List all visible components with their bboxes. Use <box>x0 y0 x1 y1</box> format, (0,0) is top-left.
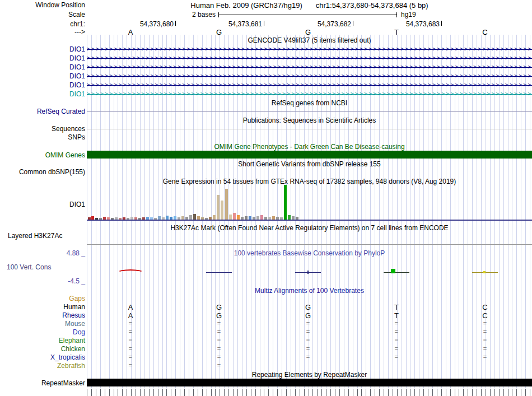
gtex-tissue-bar[interactable] <box>221 201 223 220</box>
alignment-cell: = <box>208 345 230 352</box>
gencode-transcript-row[interactable]: >>>>>>>>>>>>>>>>>>>>>>>>>>>>>>>>>>>>>>>>… <box>87 90 532 99</box>
gtex-tissue-bar[interactable] <box>217 195 220 220</box>
ruler-tick <box>162 389 163 396</box>
window-position-label: Window Position <box>35 1 85 9</box>
ruler-tick <box>228 389 229 396</box>
species-label[interactable]: Elephant <box>59 337 85 344</box>
alignment-cell: A <box>119 311 142 320</box>
phylop-mark-arc[interactable] <box>118 269 143 276</box>
gencode-transcript-row[interactable]: >>>>>>>>>>>>>>>>>>>>>>>>>>>>>>>>>>>>>>>>… <box>87 72 532 81</box>
ruler-tick <box>158 389 158 396</box>
phylop-header: 100 vertebrates Basewise Conservation by… <box>87 249 532 257</box>
ruler-tick <box>330 389 331 396</box>
gtex-tissue-bar[interactable] <box>229 215 232 220</box>
ruler-tick <box>255 389 256 396</box>
species-label[interactable]: Zebrafish <box>57 362 85 370</box>
refseq-curated-label[interactable]: RefSeq Curated <box>37 108 85 115</box>
gencode-transcript-row[interactable]: >>>>>>>>>>>>>>>>>>>>>>>>>>>>>>>>>>>>>>>>… <box>87 81 532 90</box>
gencode-transcript-label[interactable]: DIO1 <box>69 45 85 53</box>
ruler-tick <box>521 389 521 396</box>
gencode-transcript-row[interactable]: >>>>>>>>>>>>>>>>>>>>>>>>>>>>>>>>>>>>>>>>… <box>87 54 532 63</box>
gtex-tissue-bar[interactable] <box>225 189 228 220</box>
alignment-cell: = <box>385 320 408 327</box>
ruler-tick <box>96 389 96 396</box>
ruler-tick <box>463 389 464 396</box>
gtex-tissue-bar[interactable] <box>166 216 169 220</box>
sequences-track-line <box>87 129 532 129</box>
alignment-cell: = <box>385 328 408 335</box>
phylop-mark-tick <box>307 271 309 274</box>
gtex-tissue-bar[interactable] <box>189 215 192 220</box>
ruler-tick <box>215 389 216 396</box>
ruler-tick <box>512 389 512 396</box>
ruler-tick <box>472 389 473 396</box>
species-label[interactable]: X_tropicalis <box>50 353 85 361</box>
gencode-transcript-label[interactable]: DIO1 <box>69 72 85 80</box>
ruler-tick <box>477 389 477 396</box>
gencode-transcript-row[interactable]: >>>>>>>>>>>>>>>>>>>>>>>>>>>>>>>>>>>>>>>>… <box>87 45 532 54</box>
alignment-cell: = <box>474 328 496 335</box>
alignment-cell: = <box>208 328 230 335</box>
repeatmasker-bar[interactable] <box>87 379 532 386</box>
ruler-tick <box>455 389 455 396</box>
gtex-tissue-bar[interactable] <box>213 215 216 220</box>
phylop-mark-line[interactable] <box>206 272 232 273</box>
species-label[interactable]: Rhesus <box>62 311 85 319</box>
gtex-tissue-bar[interactable] <box>288 215 291 220</box>
alignment-cell: G <box>297 311 319 320</box>
ruler-tick <box>122 389 123 396</box>
species-label[interactable]: Human <box>63 303 85 311</box>
gtex-tissue-bar[interactable] <box>284 185 287 220</box>
base-letter: T <box>385 28 408 36</box>
gtex-tissue-bar[interactable] <box>233 213 236 220</box>
gencode-transcript-label[interactable]: DIO1 <box>69 90 85 98</box>
ruler-number: 54,373,683 <box>379 20 440 28</box>
gtex-tissue-bar[interactable] <box>193 214 196 220</box>
ruler-tick <box>361 389 362 396</box>
dbsnp-label[interactable]: Common dbSNP(155) <box>19 168 85 176</box>
species-label[interactable]: Chicken <box>61 345 85 353</box>
ruler-tick-mark <box>353 21 353 26</box>
ruler-tick <box>286 389 287 396</box>
omim-gene-bar[interactable] <box>87 151 532 159</box>
phylop-mark-box[interactable] <box>483 271 486 273</box>
alignment-cell: G <box>297 303 319 311</box>
gencode-transcript-label[interactable]: DIO1 <box>69 63 85 71</box>
h3k27ac-label[interactable]: Layered H3K27Ac <box>8 232 62 240</box>
snps-label[interactable]: SNPs <box>68 133 85 141</box>
transcript-arrows: >>>>>>>>>>>>>>>>>>>>>>>>>>>>>>>>>>>>>>>>… <box>87 45 532 54</box>
ruler-tick <box>312 389 313 396</box>
ruler-tick <box>494 389 495 396</box>
ruler-tick <box>486 389 486 396</box>
ruler-tick <box>149 389 150 396</box>
ruler-tick <box>109 389 110 396</box>
alignment-cell: A <box>119 303 142 311</box>
ruler-number: 54,373,682 <box>290 20 351 28</box>
omim-genes-label[interactable]: OMIM Genes <box>45 151 85 159</box>
repeatmasker-label[interactable]: RepeatMasker <box>41 379 85 387</box>
gencode-transcript-row[interactable]: >>>>>>>>>>>>>>>>>>>>>>>>>>>>>>>>>>>>>>>>… <box>87 63 532 72</box>
gtex-tissue-bar[interactable] <box>260 215 263 220</box>
alignment-cell: = <box>119 345 142 352</box>
species-label[interactable]: Dog <box>73 328 85 336</box>
phylop-mark-line[interactable] <box>384 272 409 273</box>
gtex-gene-label[interactable]: DIO1 <box>69 201 85 208</box>
gaps-label[interactable]: Gaps <box>69 295 85 302</box>
gtex-tissue-bar[interactable] <box>237 215 240 220</box>
ruler-tick <box>136 389 136 396</box>
alignment-cell: C <box>474 303 496 311</box>
gencode-header: GENCODE V49lift37 (5 items filtered out) <box>87 36 532 44</box>
gtex-header: Gene Expression in 54 tissues from GTEx … <box>87 178 532 185</box>
repeatmasker-header: Repeating Elements by RepeatMasker <box>87 371 532 379</box>
phylop-mark-box[interactable] <box>391 269 395 273</box>
gtex-baseline <box>87 220 532 221</box>
gencode-transcript-label[interactable]: DIO1 <box>69 81 85 89</box>
alignment-cell: = <box>297 328 319 335</box>
alignment-cell: = <box>208 353 230 360</box>
phylop-track-label[interactable]: 100 Vert. Cons <box>7 263 51 271</box>
multiz-header: Multiz Alignments of 100 Vertebrates <box>87 287 532 295</box>
alignment-cell: = <box>208 320 230 327</box>
species-label[interactable]: Mouse <box>65 320 85 328</box>
sequences-label[interactable]: Sequences <box>52 125 85 133</box>
gencode-transcript-label[interactable]: DIO1 <box>69 54 85 62</box>
